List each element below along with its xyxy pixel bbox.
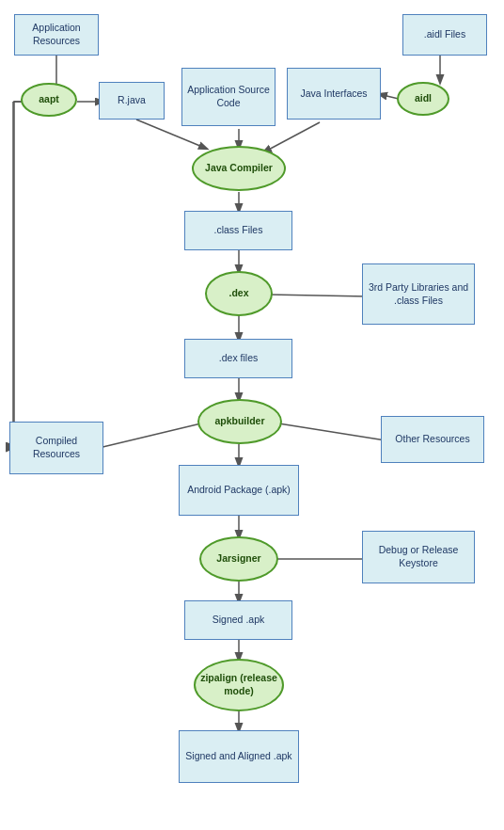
third-party-label: 3rd Party Libraries and .class Files xyxy=(367,281,470,307)
class-files-label: .class Files xyxy=(214,224,263,237)
app-resources-label: Application Resources xyxy=(19,22,94,47)
aidl-files-label: .aidl Files xyxy=(424,28,465,41)
dex-label: .dex xyxy=(228,287,248,300)
zipalign-label: zipalign (release mode) xyxy=(199,672,278,697)
other-resources-label: Other Resources xyxy=(395,433,469,446)
other-resources-node: Other Resources xyxy=(381,416,484,463)
zipalign-node: zipalign (release mode) xyxy=(194,659,284,711)
aidl-label: aidl xyxy=(415,92,432,105)
signed-aligned-label: Signed and Aligned .apk xyxy=(185,750,291,763)
debug-release-node: Debug or Release Keystore xyxy=(362,531,475,583)
java-interfaces-label: Java Interfaces xyxy=(300,88,367,101)
signed-apk-label: Signed .apk xyxy=(213,614,264,627)
aapt-node: aapt xyxy=(21,83,77,117)
jarsigner-label: Jarsigner xyxy=(216,552,260,566)
java-compiler-node: Java Compiler xyxy=(192,146,286,191)
rjava-node: R.java xyxy=(99,82,165,120)
app-source-node: Application Source Code xyxy=(181,68,276,126)
svg-line-10 xyxy=(268,295,367,296)
apkbuilder-label: apkbuilder xyxy=(214,415,264,428)
apkbuilder-node: apkbuilder xyxy=(197,399,282,444)
svg-line-7 xyxy=(263,122,320,152)
java-interfaces-node: Java Interfaces xyxy=(287,68,381,120)
diagram: Application Resources .aidl Files aapt R… xyxy=(0,0,504,830)
aidl-files-node: .aidl Files xyxy=(402,14,487,56)
dex-files-node: .dex files xyxy=(184,339,292,378)
signed-apk-node: Signed .apk xyxy=(184,600,292,640)
aapt-label: aapt xyxy=(39,93,59,106)
svg-line-18 xyxy=(273,423,386,440)
signed-aligned-node: Signed and Aligned .apk xyxy=(179,730,299,783)
rjava-label: R.java xyxy=(118,94,146,107)
compiled-resources-node: Compiled Resources xyxy=(9,422,103,474)
app-source-label: Application Source Code xyxy=(186,84,271,109)
third-party-node: 3rd Party Libraries and .class Files xyxy=(362,263,475,325)
jarsigner-node: Jarsigner xyxy=(199,536,278,582)
debug-release-label: Debug or Release Keystore xyxy=(367,544,470,569)
class-files-node: .class Files xyxy=(184,211,292,250)
svg-line-13 xyxy=(99,423,205,448)
aidl-node: aidl xyxy=(397,82,449,116)
compiled-resources-label: Compiled Resources xyxy=(14,435,99,460)
android-package-label: Android Package (.apk) xyxy=(187,484,291,497)
app-resources-node: Application Resources xyxy=(14,14,99,56)
android-package-node: Android Package (.apk) xyxy=(179,465,299,516)
dex-files-label: .dex files xyxy=(219,352,258,365)
java-compiler-label: Java Compiler xyxy=(205,162,273,175)
dex-node: .dex xyxy=(205,271,273,316)
